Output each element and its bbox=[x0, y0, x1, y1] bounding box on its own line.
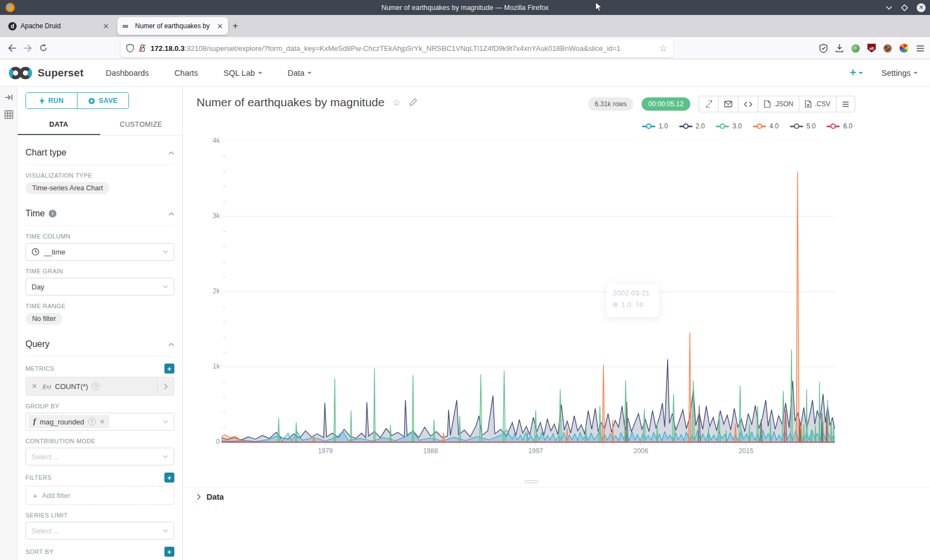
add-filter-button[interactable]: + bbox=[164, 473, 174, 483]
nav-item-charts[interactable]: Charts bbox=[174, 69, 198, 77]
url-text[interactable]: 172.18.0.3:32108/superset/explore/?form_… bbox=[151, 44, 655, 53]
caret-down-icon bbox=[307, 72, 312, 74]
caret-right-icon[interactable] bbox=[157, 377, 174, 395]
clock-icon bbox=[32, 248, 39, 256]
window-titlebar: Numer of earthquakes by magnitude — Mozi… bbox=[0, 0, 930, 15]
collapse-chevron-icon[interactable] bbox=[168, 212, 174, 216]
tab-data[interactable]: DATA bbox=[18, 116, 100, 135]
legend-item-1.0[interactable]: 1.0 bbox=[642, 122, 668, 130]
timeseries-area-chart[interactable] bbox=[221, 141, 836, 449]
colorful-extension-icon[interactable] bbox=[900, 44, 908, 53]
bookmark-star-icon[interactable]: ☆ bbox=[659, 43, 668, 54]
left-rail bbox=[0, 87, 18, 560]
filters-label: FILTERS bbox=[25, 474, 51, 481]
group-by-select[interactable]: f mag_rounded ? ✕ bbox=[25, 413, 174, 431]
add-metric-button[interactable]: + bbox=[164, 364, 174, 374]
copy-link-button[interactable] bbox=[699, 96, 719, 112]
legend-marker-icon bbox=[642, 123, 655, 129]
protections-shield-icon[interactable] bbox=[819, 44, 828, 53]
embed-code-button[interactable] bbox=[738, 96, 758, 112]
legend-item-6.0[interactable]: 6.0 bbox=[826, 122, 852, 130]
insecure-lock-icon[interactable] bbox=[138, 44, 146, 53]
remove-chip-icon[interactable]: ✕ bbox=[100, 418, 105, 426]
time-column-select[interactable]: __time bbox=[25, 243, 174, 261]
contribution-mode-label: CONTRIBUTION MODE bbox=[25, 438, 96, 444]
envelope-icon bbox=[724, 101, 732, 107]
back-icon[interactable] bbox=[4, 40, 20, 56]
group-by-label: GROUP BY bbox=[25, 403, 59, 409]
viz-type-pill[interactable]: Time-series Area Chart bbox=[25, 182, 110, 194]
tab-earthquakes[interactable]: ∞ Numer of earthquakes by ✕ bbox=[117, 17, 228, 35]
contribution-mode-select[interactable]: Select ... bbox=[25, 448, 174, 465]
forward-icon[interactable] bbox=[20, 40, 35, 56]
collapse-chevron-icon[interactable] bbox=[168, 151, 174, 155]
window-minimize-icon[interactable] bbox=[886, 6, 892, 10]
legend-item-5.0[interactable]: 5.0 bbox=[790, 122, 816, 130]
chart-menu-button[interactable] bbox=[836, 96, 855, 112]
window-maximize-icon[interactable] bbox=[901, 4, 908, 11]
chart-title: Numer of earthquakes by magnitude bbox=[197, 96, 385, 109]
legend-item-2.0[interactable]: 2.0 bbox=[679, 122, 705, 130]
save-button[interactable]: SAVE bbox=[78, 93, 128, 108]
tab-close-icon[interactable]: ✕ bbox=[103, 22, 109, 30]
lightning-icon bbox=[39, 97, 45, 105]
ublock-origin-icon[interactable]: u0 bbox=[867, 44, 876, 53]
metric-count-item[interactable]: ✕ f(x) COUNT(*) ? bbox=[25, 377, 174, 396]
time-grain-select[interactable]: Day bbox=[25, 278, 174, 295]
tab-title: Numer of earthquakes by bbox=[135, 22, 213, 30]
download-icon[interactable] bbox=[835, 44, 844, 53]
y-axis-label: 0 bbox=[198, 438, 220, 445]
panel-resize-handle[interactable] bbox=[524, 479, 539, 485]
chevron-down-icon bbox=[163, 285, 168, 288]
select-placeholder: Select ... bbox=[32, 453, 60, 461]
reload-icon[interactable] bbox=[35, 40, 51, 56]
tab-close-icon[interactable]: ✕ bbox=[217, 22, 223, 30]
legend-item-3.0[interactable]: 3.0 bbox=[716, 122, 742, 130]
run-button[interactable]: RUN bbox=[26, 93, 78, 108]
caret-down-icon bbox=[859, 72, 863, 74]
url-bar[interactable]: 172.18.0.3:32108/superset/explore/?form_… bbox=[121, 39, 673, 57]
tab-customize[interactable]: CUSTOMIZE bbox=[100, 116, 183, 135]
new-tab-button[interactable]: + bbox=[232, 20, 238, 32]
green-extension-icon[interactable] bbox=[851, 44, 860, 53]
tracking-shield-icon[interactable] bbox=[126, 44, 134, 53]
settings-menu[interactable]: Settings bbox=[882, 69, 918, 77]
favorite-star-icon[interactable]: ☆ bbox=[392, 97, 401, 108]
nav-item-dashboards[interactable]: Dashboards bbox=[106, 69, 149, 77]
group-by-value: mag_rounded bbox=[40, 418, 84, 426]
legend-marker-icon bbox=[790, 123, 803, 129]
series-limit-select[interactable]: Select ... bbox=[25, 522, 174, 540]
cookie-extension-icon[interactable] bbox=[884, 44, 892, 53]
time-column-label: TIME COLUMN bbox=[25, 233, 70, 240]
add-sort-button[interactable]: + bbox=[164, 547, 174, 557]
collapse-chevron-icon[interactable] bbox=[168, 343, 174, 346]
window-close-icon[interactable]: ✕ bbox=[917, 3, 926, 12]
email-button[interactable] bbox=[719, 96, 738, 112]
data-panel-toggle[interactable]: Data bbox=[197, 492, 224, 501]
new-chart-plus-button[interactable]: + bbox=[850, 66, 863, 79]
group-by-chip[interactable]: f mag_rounded ? ✕ bbox=[28, 415, 110, 428]
legend-item-4.0[interactable]: 4.0 bbox=[753, 122, 779, 130]
remove-metric-icon[interactable]: ✕ bbox=[26, 377, 43, 395]
nav-item-sql-lab[interactable]: SQL Lab bbox=[224, 69, 262, 77]
superset-infinity-icon bbox=[8, 65, 33, 81]
run-save-group: RUN SAVE bbox=[25, 92, 129, 109]
caret-right-icon bbox=[197, 494, 201, 500]
nav-item-data[interactable]: Data bbox=[288, 69, 312, 77]
menu-hamburger-icon[interactable] bbox=[916, 45, 924, 52]
expand-dataset-panel-icon[interactable] bbox=[4, 94, 13, 101]
mouse-cursor bbox=[595, 2, 602, 12]
browser-tab-strip: d Apache Druid ✕ ∞ Numer of earthquakes … bbox=[0, 15, 930, 37]
add-filter-dropzone[interactable]: +Add filter bbox=[25, 486, 174, 505]
row-count-badge: 6.31k rows bbox=[588, 97, 633, 111]
export-csv-button[interactable]: .CSV bbox=[799, 96, 836, 112]
legend-marker-icon bbox=[716, 123, 729, 129]
dataset-grid-icon[interactable] bbox=[4, 110, 13, 119]
superset-logo[interactable]: Superset bbox=[8, 65, 84, 81]
edit-properties-icon[interactable] bbox=[409, 98, 417, 107]
export-json-button[interactable]: .JSON bbox=[758, 96, 799, 112]
tab-apache-druid[interactable]: d Apache Druid ✕ bbox=[3, 17, 114, 35]
time-range-pill[interactable]: No filter bbox=[25, 313, 63, 325]
chevron-down-icon bbox=[163, 420, 168, 423]
url-host: 172.18.0.3 bbox=[151, 44, 184, 53]
